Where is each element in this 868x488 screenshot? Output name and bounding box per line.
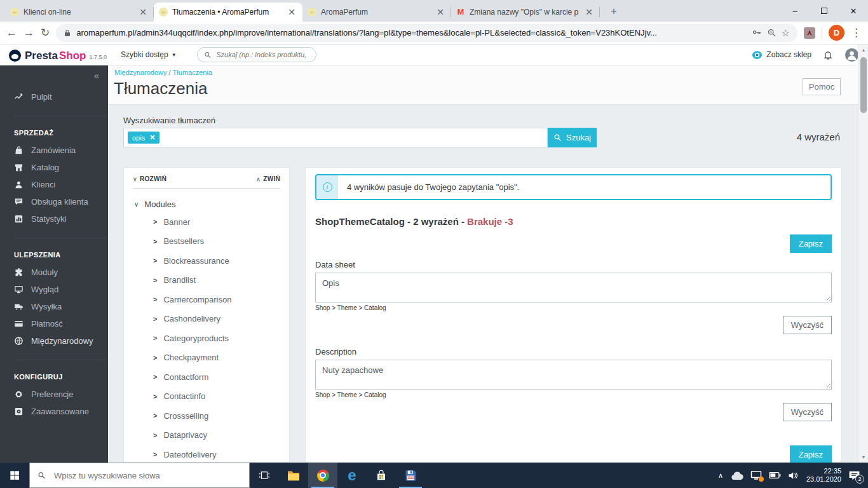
tab-aromaperfum[interactable]: ap AromaPerfum ✕ <box>302 3 451 22</box>
tree-item-cashondelivery[interactable]: >Cashondelivery <box>133 309 280 329</box>
display-sync-tray-icon[interactable] <box>750 470 762 480</box>
sidebar-collapse-icon[interactable]: « <box>94 70 99 81</box>
field-label-data-sheet: Data sheet <box>315 260 832 269</box>
tab-close-icon[interactable]: ✕ <box>137 7 149 17</box>
tree-item-crossselling[interactable]: >Crossselling <box>133 406 280 426</box>
sidebar-item-preferencje[interactable]: Preferencje <box>0 386 108 403</box>
volume-icon[interactable] <box>788 471 799 480</box>
edge-taskbar-button[interactable]: e <box>337 463 367 488</box>
help-button[interactable]: Pomoc <box>803 78 841 95</box>
save-app-taskbar-button[interactable] <box>396 463 425 488</box>
scroll-up-icon[interactable]: ▲ <box>858 48 868 52</box>
close-button[interactable]: ✕ <box>839 0 868 22</box>
tree-item-brandlist[interactable]: >Brandlist <box>133 271 280 290</box>
view-shop-link[interactable]: Zobacz sklep <box>752 50 811 59</box>
tree-item-carriercomparison[interactable]: >Carriercomparison <box>133 290 280 309</box>
sidebar-item-wysylka[interactable]: Wysyłka <box>0 298 108 315</box>
start-button[interactable] <box>0 463 29 488</box>
pdf-extension-icon[interactable]: ⋏ <box>804 27 815 39</box>
expand-all-button[interactable]: ∨ROZWIŃ <box>133 175 166 182</box>
data-sheet-textarea[interactable]: Opis <box>315 273 832 302</box>
clear-button-data-sheet[interactable]: Wyczyść <box>783 316 832 334</box>
tree-item-contactinfo[interactable]: >Contactinfo <box>133 387 280 407</box>
account-avatar-icon[interactable] <box>844 48 859 62</box>
chrome-taskbar-button[interactable] <box>308 463 337 488</box>
bookmark-star-icon[interactable]: ☆ <box>782 27 790 39</box>
clear-button-description[interactable]: Wyczyść <box>783 403 832 421</box>
tab-klienci-online[interactable]: ap Klienci on-line ✕ <box>5 3 154 22</box>
tab-title: AromaPerfum <box>321 8 430 17</box>
file-explorer-button[interactable] <box>279 463 308 488</box>
task-view-button[interactable] <box>250 463 279 488</box>
tab-close-icon[interactable]: ✕ <box>286 7 297 17</box>
admin-search-box[interactable] <box>197 47 316 62</box>
password-key-icon[interactable] <box>752 28 762 38</box>
maximize-button[interactable] <box>810 0 839 22</box>
tab-tlumaczenia-active[interactable]: ap Tłumaczenia • AromaPerfum ✕ <box>154 3 302 22</box>
reload-icon[interactable]: ↻ <box>41 27 50 38</box>
hidden-icons-chevron[interactable]: ∧ <box>718 471 723 480</box>
forward-icon[interactable]: → <box>24 27 34 38</box>
taskbar-clock[interactable]: 22:35 23.01.2020 <box>806 467 841 484</box>
translation-search-input[interactable]: opis ✕ <box>123 128 548 147</box>
sidebar-item-moduly[interactable]: Moduły <box>0 264 108 281</box>
address-bar[interactable]: aromaperfum.pl/admin344uqqcif/index.php/… <box>56 24 797 42</box>
group-title: ShopThemeCatalog - 2 wyrażeń - <box>315 216 465 227</box>
battery-icon[interactable] <box>769 471 781 480</box>
sidebar-item-miedzynarodowy[interactable]: Międzynarodowy <box>0 332 108 349</box>
notifications-bell-icon[interactable] <box>823 50 833 60</box>
collapse-all-button[interactable]: ∧ZWIŃ <box>256 175 280 182</box>
breadcrumb-link-current[interactable]: Tłumaczenia <box>173 69 212 76</box>
sidebar-section-sprzedaz: SPRZEDAŻ <box>0 116 108 142</box>
tree-item-blockreassurance[interactable]: >Blockreassurance <box>133 251 280 271</box>
collapse-all-label: ZWIŃ <box>263 175 280 182</box>
sidebar-item-pulpit[interactable]: Pulpit <box>0 88 108 105</box>
store-taskbar-button[interactable] <box>367 463 396 488</box>
onedrive-cloud-icon[interactable] <box>730 471 743 480</box>
quick-access-dropdown[interactable]: Szybki dostęp ▼ <box>121 50 177 59</box>
tab-close-icon[interactable]: ✕ <box>435 7 446 17</box>
tree-item-checkpayment[interactable]: >Checkpayment <box>133 348 280 368</box>
save-button-top[interactable]: Zapisz <box>790 234 832 253</box>
sidebar-item-zamowienia[interactable]: Zamówienia <box>0 142 108 159</box>
taskbar-search-input[interactable] <box>53 470 241 481</box>
description-textarea[interactable]: Nuty zapachowe <box>315 360 832 390</box>
sidebar-item-zaawansowane[interactable]: Zaawansowane <box>0 403 108 420</box>
tree-item-label: Brandlist <box>163 275 196 285</box>
sidebar-item-wyglad[interactable]: Wygląd <box>0 281 108 298</box>
tree-item-dateofdelivery[interactable]: >Dateofdelivery <box>133 445 280 463</box>
zoom-out-icon[interactable] <box>767 28 776 37</box>
admin-search-input[interactable] <box>215 50 309 59</box>
clock-time: 22:35 <box>806 467 841 475</box>
search-button[interactable]: Szukaj <box>548 128 597 147</box>
sidebar-item-obsluga-klienta[interactable]: Obsługa klienta <box>0 193 108 210</box>
scroll-down-icon[interactable]: ▼ <box>858 455 868 459</box>
tree-item-banner[interactable]: >Banner <box>133 212 280 232</box>
tree-item-contactform[interactable]: >Contactform <box>133 367 280 387</box>
page-scrollbar[interactable]: ▲ ▼ <box>858 44 868 463</box>
tree-item-bestsellers[interactable]: >Bestsellers <box>133 232 280 252</box>
sidebar-item-klienci[interactable]: Klienci <box>0 176 108 193</box>
tree-item-categoryproducts[interactable]: >Categoryproducts <box>133 329 280 348</box>
sidebar-item-katalog[interactable]: Katalog <box>0 159 108 176</box>
taskbar-search-box[interactable] <box>29 463 250 488</box>
tree-item-dataprivacy[interactable]: >Dataprivacy <box>133 426 280 445</box>
prestashop-logo[interactable]: PrestaShop 1.7.5.0 <box>9 47 112 62</box>
tab-close-icon[interactable]: ✕ <box>583 7 595 17</box>
sidebar-item-statystyki[interactable]: Statystyki <box>0 210 108 227</box>
remove-tag-icon[interactable]: ✕ <box>149 133 155 142</box>
browser-menu-icon[interactable]: ⋮ <box>851 27 862 38</box>
browser-profile-avatar[interactable]: D <box>829 25 844 41</box>
minimize-button[interactable]: – <box>780 0 810 22</box>
tab-gmail[interactable]: M Zmiana nazwy "Opis" w karcie pr ✕ <box>451 3 600 22</box>
action-center-button[interactable]: 2 <box>848 470 860 481</box>
scrollbar-thumb[interactable] <box>860 57 867 113</box>
breadcrumb-link-parent[interactable]: Międzynarodowy <box>114 69 167 76</box>
tree-node-modules[interactable]: ∨ Modules <box>134 200 280 209</box>
gmail-icon: M <box>456 8 465 17</box>
sidebar-item-platnosc[interactable]: Płatność <box>0 315 108 332</box>
save-button-bottom[interactable]: Zapisz <box>790 445 832 463</box>
window-controls: – ✕ <box>780 0 868 22</box>
back-icon[interactable]: ← <box>6 27 17 38</box>
new-tab-button[interactable]: + <box>605 3 623 20</box>
